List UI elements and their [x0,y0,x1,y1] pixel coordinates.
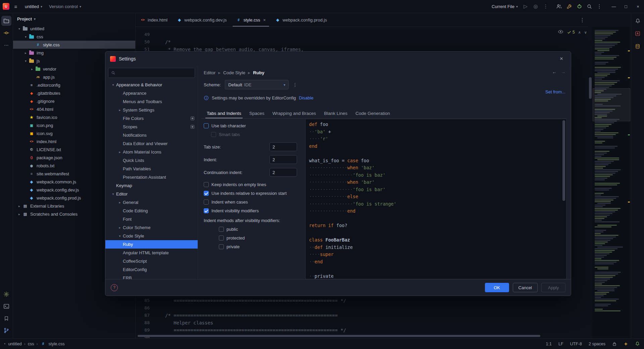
dialog-titlebar[interactable]: Settings × [105,52,571,66]
chevron-down-icon[interactable]: ▾ [23,35,29,39]
encoding-widget[interactable]: UTF-8 [570,342,582,346]
tab-code-generation[interactable]: Code Generation [352,108,393,118]
public-checkbox[interactable] [219,227,224,232]
settings-tree-item-appearance-behavior[interactable]: ▾Appearance & Behavior [105,81,198,89]
apply-button[interactable]: Apply [541,283,565,292]
chevron-right-icon[interactable]: ▸ [117,201,123,204]
settings-tree-item-path-variables[interactable]: Path Variables [105,165,198,173]
chevron-right-icon[interactable]: ▸ [29,67,35,71]
next-problem-icon[interactable]: ∨ [584,30,587,35]
indent-when-cases-checkbox[interactable] [204,200,209,205]
settings-tree-item-general[interactable]: ▸General [105,198,198,207]
continuation-indent-input[interactable] [269,168,297,177]
tab-wrapping-and-braces[interactable]: Wrapping and Braces [269,108,319,118]
forward-arrow-icon[interactable]: → [561,69,565,75]
chevron-down-icon[interactable]: ▾ [16,27,22,31]
tab-spaces[interactable]: Spaces [246,108,268,118]
settings-tree-item-angular-html-template[interactable]: Angular HTML template [105,249,198,257]
project-widget[interactable]: untitled ▾ [22,1,45,11]
project-tree-item-untitled[interactable]: ▾untitled [13,25,135,33]
chevron-right-icon[interactable]: ▸ [117,150,123,154]
minimap[interactable] [593,27,630,338]
run-config-widget[interactable]: Current File ▾ [489,1,521,11]
ok-button[interactable]: OK [485,283,509,292]
settings-search-input[interactable] [117,70,192,76]
scheme-options-icon[interactable]: ⋮ [293,82,297,87]
banner-disable-link[interactable]: Disable [299,95,313,100]
scrollbar-thumb[interactable] [138,335,540,337]
settings-tree-item-system-settings[interactable]: ▸System Settings [105,106,198,114]
notifications-icon[interactable] [635,341,640,346]
main-menu-icon[interactable]: ≡ [11,1,21,11]
scheme-dropdown[interactable]: Default IDE ▾ [225,80,289,89]
scrollbar-thumb[interactable] [562,120,565,201]
relative-indents-row[interactable]: Use indents relative to expression start [204,191,304,196]
dialog-close-icon[interactable]: × [557,54,566,63]
editor-vertical-scrollbar[interactable] [588,27,593,338]
warning-stripe-mark[interactable] [628,202,630,203]
tab-close-icon[interactable]: × [263,17,266,23]
commit-tool-icon[interactable] [1,28,11,38]
database-tool-icon[interactable] [633,41,643,51]
project-panel-header[interactable]: Project ▾ [13,13,135,25]
terminal-tool-icon[interactable] [1,301,11,311]
settings-search-box[interactable] [108,68,195,78]
status-breadcrumbs[interactable]: untitled›css›#style.css [8,342,64,346]
settings-tree-item-code-editing[interactable]: Code Editing [105,207,198,215]
settings-tree-item-presentation-assistant[interactable]: Presentation Assistant [105,173,198,181]
project-tool-icon[interactable] [1,16,11,26]
editor-tab-index-html[interactable]: <>index.html [136,13,172,27]
tab-options-icon[interactable]: ⋮ [577,13,588,27]
settings-tree-item-atom-material-icons[interactable]: ▸Atom Material Icons [105,148,198,156]
run-icon[interactable]: ▷ [521,1,531,11]
chevron-down-icon[interactable]: ▾ [23,59,29,63]
vcs-widget[interactable]: Version control ▾ [46,1,84,11]
editor-tab-webpack-config-dev-js[interactable]: ◈webpack.config.dev.js [172,13,231,27]
status-breadcrumb-css[interactable]: css [28,342,34,346]
use-tab-character-row[interactable]: Use tab character [204,123,304,128]
settings-tree-item-editorconfig[interactable]: EditorConfig [105,265,198,274]
readonly-lock-icon[interactable] [612,342,617,346]
scrollbar-thumb[interactable] [589,77,592,99]
notifications-tool-icon[interactable] [633,16,643,26]
window-maximize-button[interactable]: □ [620,0,632,13]
warning-stripe-mark[interactable] [628,77,630,78]
public-row[interactable]: public [204,227,304,232]
git-branch-icon[interactable] [1,325,11,336]
inspections-count[interactable]: 5 [567,30,575,35]
info-stripe-mark[interactable] [628,134,630,135]
coverage-icon[interactable]: ◎ [531,1,541,11]
caret-position-widget[interactable]: 1:1 [546,342,552,346]
settings-tree-item-file-colors[interactable]: File Colors [105,114,198,123]
chevron-right-icon[interactable]: ▸ [23,51,29,55]
indent-input[interactable] [269,155,297,164]
settings-tree-item-code-style[interactable]: ▾Code Style [105,232,198,240]
reader-mode-eye-icon[interactable] [558,29,563,36]
tab-size-input[interactable] [269,142,297,151]
code-with-me-icon[interactable] [554,1,564,11]
private-row[interactable]: private [204,244,304,249]
chevron-down-icon[interactable]: ▾ [110,83,116,87]
keep-indents-checkbox[interactable] [204,182,209,187]
set-from-link[interactable]: Set from... [545,89,565,94]
settings-tree-item-color-scheme[interactable]: ▸Color Scheme [105,223,198,232]
line-separator-widget[interactable]: LF [558,342,563,346]
indent-when-cases-row[interactable]: Indent when cases [204,200,304,205]
indent-visibility-row[interactable]: Indent visibility modifiers [204,208,304,213]
protected-checkbox[interactable] [219,235,224,241]
settings-tree-item-notifications[interactable]: Notifications [105,131,198,139]
settings-tree-item-data-editor-and-viewer[interactable]: Data Editor and Viewer [105,139,198,148]
more-tools-icon[interactable]: ⋯ [1,40,11,50]
tab-blank-lines[interactable]: Blank Lines [320,108,351,118]
settings-tree-item-scopes[interactable]: Scopes [105,123,198,131]
help-icon[interactable]: ? [111,284,118,291]
ai-assistant-tool-icon[interactable] [633,29,643,39]
code-style-preview[interactable]: def foo··'ba' +····'r'endwhat_is_foo = c… [305,119,566,279]
settings-tree-item-menus-and-toolbars[interactable]: Menus and Toolbars [105,97,198,106]
editor-tab-style-css[interactable]: #style.css× [231,13,270,27]
settings-tree-item-appearance[interactable]: Appearance [105,89,198,97]
inspections-widget[interactable]: 5 ∧ ∨ [558,29,587,36]
settings-tree-item-coffeescript[interactable]: CoffeeScript [105,257,198,265]
tab-tabs-and-indents[interactable]: Tabs and Indents [203,108,245,118]
minimap-viewport[interactable] [593,88,630,121]
